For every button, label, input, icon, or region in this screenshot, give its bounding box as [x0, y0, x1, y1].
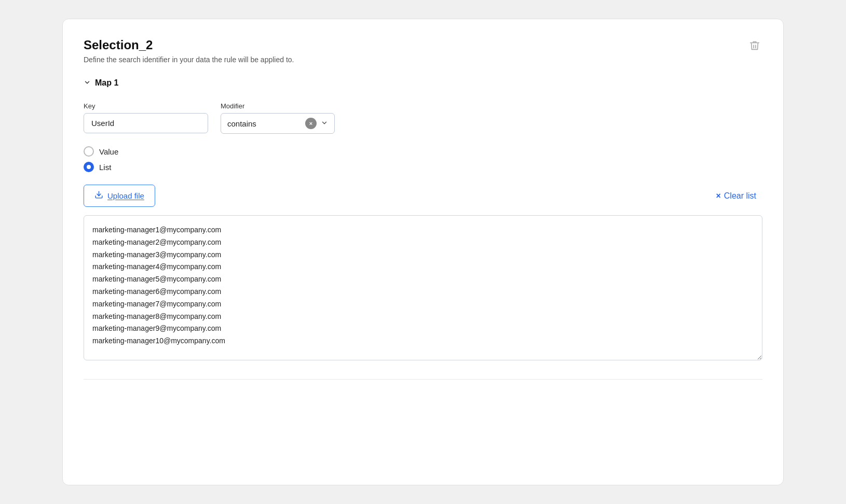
modifier-chevron-icon[interactable] [321, 119, 328, 128]
key-field-group: Key [84, 102, 208, 134]
card-header: Selection_2 Define the search identifier… [84, 38, 762, 64]
page-subtitle: Define the search identifier in your dat… [84, 55, 294, 64]
fields-row: Key Modifier contains × [84, 102, 762, 134]
radio-list-label: List [99, 163, 111, 172]
actions-row: Upload file × Clear list [84, 185, 762, 207]
clear-x-icon: × [716, 191, 720, 201]
modifier-field-group: Modifier contains × [221, 102, 335, 134]
clear-list-label: Clear list [724, 191, 756, 201]
header-text: Selection_2 Define the search identifier… [84, 38, 294, 64]
main-card: Selection_2 Define the search identifier… [62, 19, 784, 485]
map-toggle[interactable]: Map 1 [84, 78, 762, 88]
map-label: Map 1 [95, 78, 118, 88]
radio-list-item[interactable]: List [84, 162, 762, 172]
bottom-divider [84, 379, 762, 380]
clear-list-button[interactable]: × Clear list [709, 187, 762, 205]
radio-value-item[interactable]: Value [84, 146, 762, 157]
upload-button-label: Upload file [107, 191, 144, 200]
radio-list-circle[interactable] [84, 162, 94, 172]
modifier-label: Modifier [221, 102, 335, 110]
upload-file-button[interactable]: Upload file [84, 185, 155, 207]
key-label: Key [84, 102, 208, 110]
radio-value-label: Value [99, 147, 118, 156]
delete-icon[interactable] [747, 38, 762, 56]
list-textarea[interactable]: marketing-manager1@mycompany.com marketi… [84, 215, 762, 360]
map-section: Map 1 Key Modifier contains × [84, 78, 762, 362]
page-title: Selection_2 [84, 38, 294, 52]
map-chevron-icon [84, 79, 91, 88]
key-input[interactable] [84, 113, 208, 133]
modifier-clear-icon[interactable]: × [305, 118, 317, 129]
modifier-select[interactable]: contains × [221, 113, 335, 134]
radio-value-circle[interactable] [84, 146, 94, 157]
radio-group: Value List [84, 146, 762, 172]
upload-icon [94, 190, 103, 201]
modifier-value: contains [227, 119, 301, 128]
